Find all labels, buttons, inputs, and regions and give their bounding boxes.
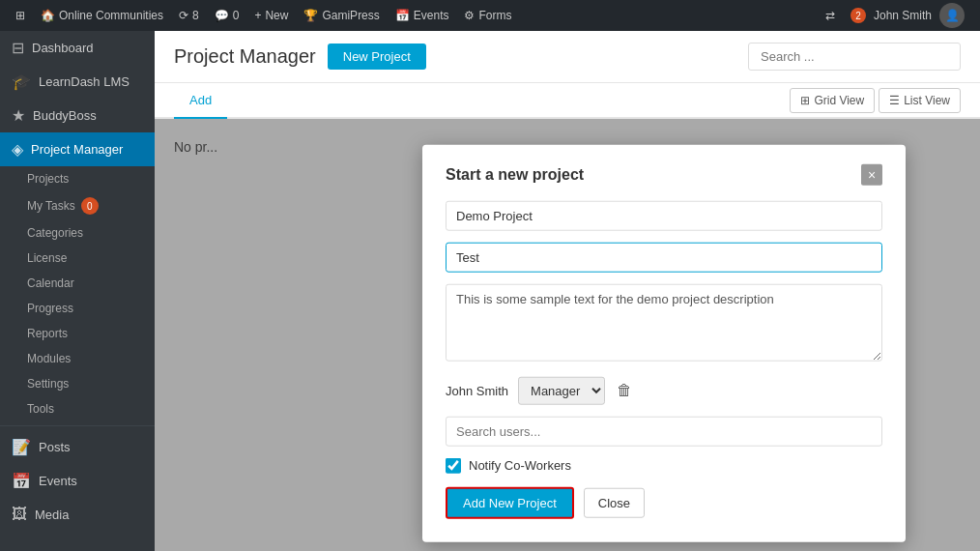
modal-close-bottom-button[interactable]: Close <box>584 487 645 517</box>
events-label: Events <box>414 9 449 22</box>
comments-item[interactable]: 💬 0 <box>207 0 247 31</box>
sidebar-item-media[interactable]: 🖼 Media <box>0 498 155 531</box>
sidebar-sub-categories[interactable]: Categories <box>0 220 155 246</box>
updates-count: 8 <box>192 9 199 22</box>
share-icon: ⇄ <box>825 9 835 22</box>
add-new-project-button[interactable]: Add New Project <box>446 486 574 518</box>
modal-title: Start a new project <box>446 165 584 183</box>
sidebar-item-dashboard[interactable]: ⊟ Dashboard <box>0 31 155 65</box>
user-badge: 2 <box>850 8 866 23</box>
list-view-button[interactable]: ☰ List View <box>879 88 961 113</box>
project-manager-icon: ◈ <box>12 140 23 159</box>
admin-bar: ⊞ 🏠 Online Communities ⟳ 8 💬 0 + New 🏆 G… <box>0 0 980 31</box>
search-users-input[interactable] <box>446 416 882 446</box>
forms-item[interactable]: ⚙ Forms <box>456 0 519 31</box>
grid-view-label: Grid View <box>814 94 864 107</box>
description-textarea[interactable]: This is some sample text for the demo pr… <box>446 283 882 361</box>
wp-logo[interactable]: ⊞ <box>8 0 33 31</box>
sidebar-label-buddyboss: BuddyBoss <box>33 108 97 123</box>
trash-icon: 🗑 <box>617 382 632 398</box>
forms-label: Forms <box>478 9 511 22</box>
forms-icon: ⚙ <box>464 9 475 22</box>
sidebar-label-dashboard: Dashboard <box>32 41 94 55</box>
modal-footer: Add New Project Close <box>446 486 882 518</box>
modal-close-button[interactable]: × <box>861 163 882 185</box>
search-input[interactable] <box>748 43 961 71</box>
sidebar-item-events[interactable]: 📅 Events <box>0 464 155 498</box>
sidebar-sub-reports[interactable]: Reports <box>0 321 155 346</box>
notify-label: Notify Co-Workers <box>469 458 571 473</box>
notify-checkbox[interactable] <box>446 457 461 473</box>
sidebar-sub-modules[interactable]: Modules <box>0 346 155 371</box>
sidebar-item-posts[interactable]: 📝 Posts <box>0 430 155 464</box>
sidebar-item-project-manager[interactable]: ◈ Project Manager <box>0 132 155 166</box>
events-item[interactable]: 📅 Events <box>388 0 457 31</box>
plus-icon: + <box>254 9 261 22</box>
dashboard-icon: ⊟ <box>12 39 24 57</box>
page-title: Project Manager <box>174 45 316 68</box>
sidebar-label-media: Media <box>35 508 69 522</box>
page-header: Project Manager New Project <box>155 31 980 83</box>
content-area: Project Manager New Project Add ⊞ Grid V… <box>155 31 980 551</box>
sidebar-sub-settings[interactable]: Settings <box>0 371 155 396</box>
my-tasks-badge: 0 <box>81 197 99 215</box>
sidebar-label-learndash: LearnDash LMS <box>39 74 130 89</box>
sidebar-sub-calendar[interactable]: Calendar <box>0 271 155 296</box>
sidebar: ⊟ Dashboard 🎓 LearnDash LMS ★ BuddyBoss … <box>0 31 155 551</box>
events-icon: 📅 <box>395 9 410 22</box>
tab-add-label: Add <box>189 93 212 107</box>
project-name-field <box>446 200 882 230</box>
comments-count: 0 <box>233 9 240 22</box>
sidebar-sub-tools[interactable]: Tools <box>0 396 155 421</box>
modal-header: Start a new project × <box>446 163 882 185</box>
user-name: John Smith <box>874 9 932 22</box>
view-buttons: ⊞ Grid View ☰ List View <box>790 88 961 113</box>
buddyboss-icon: ★ <box>12 106 25 125</box>
new-item[interactable]: + New <box>246 0 296 31</box>
new-project-modal: Start a new project × This is some sampl… <box>422 144 906 541</box>
site-name[interactable]: 🏠 Online Communities <box>33 0 171 31</box>
share-item[interactable]: ⇄ <box>818 9 843 22</box>
sidebar-item-learndash[interactable]: 🎓 LearnDash LMS <box>0 65 155 99</box>
learndash-icon: 🎓 <box>12 72 31 91</box>
posts-icon: 📝 <box>12 438 31 456</box>
sidebar-sub-license[interactable]: License <box>0 246 155 271</box>
updates-item[interactable]: ⟳ 8 <box>171 0 207 31</box>
gamipress-item[interactable]: 🏆 GamiPress <box>296 0 387 31</box>
project-name-input[interactable] <box>446 200 882 230</box>
sidebar-label-events: Events <box>39 474 77 488</box>
list-icon: ☰ <box>889 94 900 107</box>
tab-add[interactable]: Add <box>174 83 227 119</box>
sidebar-sub-progress[interactable]: Progress <box>0 296 155 321</box>
category-field <box>446 242 882 272</box>
grid-view-button[interactable]: ⊞ Grid View <box>790 88 875 113</box>
delete-user-button[interactable]: 🗑 <box>615 380 634 401</box>
new-project-button[interactable]: New Project <box>328 44 426 70</box>
sidebar-label-posts: Posts <box>39 440 71 454</box>
site-label: Online Communities <box>59 9 163 22</box>
role-select[interactable]: Manager Member Client Viewer <box>518 376 605 404</box>
sidebar-sub-my-tasks[interactable]: My Tasks 0 <box>0 191 155 220</box>
sidebar-label-project-manager: Project Manager <box>31 142 123 157</box>
tab-bar: Add ⊞ Grid View ☰ List View <box>155 83 980 119</box>
user-item[interactable]: 2 John Smith 👤 <box>843 3 972 28</box>
avatar: 👤 <box>939 3 965 28</box>
category-input[interactable] <box>446 242 882 272</box>
sidebar-separator <box>0 425 155 426</box>
search-users-field <box>446 416 882 446</box>
grid-icon: ⊞ <box>800 94 810 107</box>
admin-bar-right: ⇄ 2 John Smith 👤 <box>818 3 972 28</box>
notify-row: Notify Co-Workers <box>446 457 882 473</box>
sidebar-item-buddyboss[interactable]: ★ BuddyBoss <box>0 99 155 132</box>
site-icon: 🏠 <box>41 9 55 22</box>
sidebar-sub-projects[interactable]: Projects <box>0 166 155 191</box>
wp-icon: ⊞ <box>15 9 25 22</box>
comments-icon: 💬 <box>215 9 229 22</box>
user-row: John Smith Manager Member Client Viewer … <box>446 376 882 404</box>
description-field: This is some sample text for the demo pr… <box>446 283 882 364</box>
gamipress-label: GamiPress <box>322 9 379 22</box>
main-content: No pr... Start a new project × This is s… <box>155 119 980 551</box>
manager-name-label: John Smith <box>446 383 508 397</box>
gamipress-icon: 🏆 <box>303 9 318 22</box>
events-sidebar-icon: 📅 <box>12 472 31 490</box>
